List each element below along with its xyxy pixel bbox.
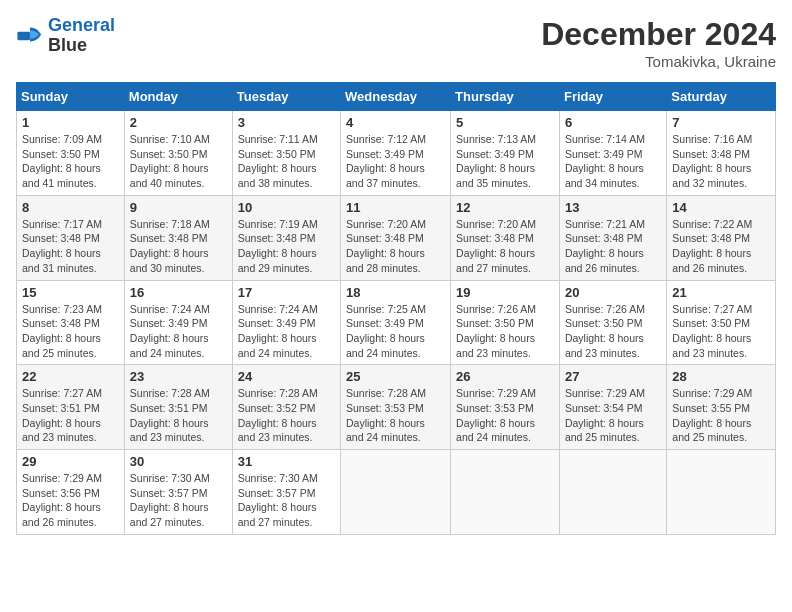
calendar-cell: 18 Sunrise: 7:25 AM Sunset: 3:49 PM Dayl… [341, 280, 451, 365]
column-header-sunday: Sunday [17, 83, 125, 111]
day-number: 8 [22, 200, 119, 215]
calendar-cell: 6 Sunrise: 7:14 AM Sunset: 3:49 PM Dayli… [559, 111, 666, 196]
calendar-week-row: 1 Sunrise: 7:09 AM Sunset: 3:50 PM Dayli… [17, 111, 776, 196]
day-number: 2 [130, 115, 227, 130]
calendar-cell: 7 Sunrise: 7:16 AM Sunset: 3:48 PM Dayli… [667, 111, 776, 196]
calendar-cell: 10 Sunrise: 7:19 AM Sunset: 3:48 PM Dayl… [232, 195, 340, 280]
day-info: Sunrise: 7:24 AM Sunset: 3:49 PM Dayligh… [130, 302, 227, 361]
calendar-cell: 17 Sunrise: 7:24 AM Sunset: 3:49 PM Dayl… [232, 280, 340, 365]
logo-text: General Blue [48, 16, 115, 56]
calendar-cell: 21 Sunrise: 7:27 AM Sunset: 3:50 PM Dayl… [667, 280, 776, 365]
day-number: 27 [565, 369, 661, 384]
day-number: 18 [346, 285, 445, 300]
calendar-cell: 2 Sunrise: 7:10 AM Sunset: 3:50 PM Dayli… [124, 111, 232, 196]
calendar-cell: 19 Sunrise: 7:26 AM Sunset: 3:50 PM Dayl… [451, 280, 560, 365]
day-number: 28 [672, 369, 770, 384]
day-info: Sunrise: 7:09 AM Sunset: 3:50 PM Dayligh… [22, 132, 119, 191]
day-number: 30 [130, 454, 227, 469]
logo-icon [16, 22, 44, 50]
calendar-cell: 12 Sunrise: 7:20 AM Sunset: 3:48 PM Dayl… [451, 195, 560, 280]
calendar-cell [667, 450, 776, 535]
day-number: 23 [130, 369, 227, 384]
day-number: 19 [456, 285, 554, 300]
day-info: Sunrise: 7:17 AM Sunset: 3:48 PM Dayligh… [22, 217, 119, 276]
calendar-cell: 15 Sunrise: 7:23 AM Sunset: 3:48 PM Dayl… [17, 280, 125, 365]
day-info: Sunrise: 7:28 AM Sunset: 3:53 PM Dayligh… [346, 386, 445, 445]
day-number: 4 [346, 115, 445, 130]
day-info: Sunrise: 7:29 AM Sunset: 3:55 PM Dayligh… [672, 386, 770, 445]
day-info: Sunrise: 7:11 AM Sunset: 3:50 PM Dayligh… [238, 132, 335, 191]
calendar-cell: 16 Sunrise: 7:24 AM Sunset: 3:49 PM Dayl… [124, 280, 232, 365]
calendar-cell: 9 Sunrise: 7:18 AM Sunset: 3:48 PM Dayli… [124, 195, 232, 280]
calendar-cell: 11 Sunrise: 7:20 AM Sunset: 3:48 PM Dayl… [341, 195, 451, 280]
calendar-cell [341, 450, 451, 535]
calendar-cell: 1 Sunrise: 7:09 AM Sunset: 3:50 PM Dayli… [17, 111, 125, 196]
calendar-cell: 26 Sunrise: 7:29 AM Sunset: 3:53 PM Dayl… [451, 365, 560, 450]
calendar-cell: 22 Sunrise: 7:27 AM Sunset: 3:51 PM Dayl… [17, 365, 125, 450]
day-info: Sunrise: 7:12 AM Sunset: 3:49 PM Dayligh… [346, 132, 445, 191]
calendar-week-row: 22 Sunrise: 7:27 AM Sunset: 3:51 PM Dayl… [17, 365, 776, 450]
day-number: 22 [22, 369, 119, 384]
day-number: 6 [565, 115, 661, 130]
day-number: 1 [22, 115, 119, 130]
calendar-cell: 30 Sunrise: 7:30 AM Sunset: 3:57 PM Dayl… [124, 450, 232, 535]
day-number: 9 [130, 200, 227, 215]
day-info: Sunrise: 7:19 AM Sunset: 3:48 PM Dayligh… [238, 217, 335, 276]
day-info: Sunrise: 7:30 AM Sunset: 3:57 PM Dayligh… [130, 471, 227, 530]
day-info: Sunrise: 7:28 AM Sunset: 3:52 PM Dayligh… [238, 386, 335, 445]
calendar-cell: 8 Sunrise: 7:17 AM Sunset: 3:48 PM Dayli… [17, 195, 125, 280]
calendar-week-row: 8 Sunrise: 7:17 AM Sunset: 3:48 PM Dayli… [17, 195, 776, 280]
day-number: 24 [238, 369, 335, 384]
day-info: Sunrise: 7:10 AM Sunset: 3:50 PM Dayligh… [130, 132, 227, 191]
day-number: 3 [238, 115, 335, 130]
day-number: 20 [565, 285, 661, 300]
calendar-table: SundayMondayTuesdayWednesdayThursdayFrid… [16, 82, 776, 535]
day-info: Sunrise: 7:30 AM Sunset: 3:57 PM Dayligh… [238, 471, 335, 530]
logo-line2: Blue [48, 36, 115, 56]
day-info: Sunrise: 7:21 AM Sunset: 3:48 PM Dayligh… [565, 217, 661, 276]
day-info: Sunrise: 7:22 AM Sunset: 3:48 PM Dayligh… [672, 217, 770, 276]
day-number: 7 [672, 115, 770, 130]
day-number: 15 [22, 285, 119, 300]
day-info: Sunrise: 7:27 AM Sunset: 3:51 PM Dayligh… [22, 386, 119, 445]
day-info: Sunrise: 7:18 AM Sunset: 3:48 PM Dayligh… [130, 217, 227, 276]
day-info: Sunrise: 7:29 AM Sunset: 3:54 PM Dayligh… [565, 386, 661, 445]
calendar-cell: 27 Sunrise: 7:29 AM Sunset: 3:54 PM Dayl… [559, 365, 666, 450]
calendar-cell: 14 Sunrise: 7:22 AM Sunset: 3:48 PM Dayl… [667, 195, 776, 280]
page-header: General Blue December 2024 Tomakivka, Uk… [16, 16, 776, 70]
day-number: 11 [346, 200, 445, 215]
day-info: Sunrise: 7:14 AM Sunset: 3:49 PM Dayligh… [565, 132, 661, 191]
calendar-cell: 20 Sunrise: 7:26 AM Sunset: 3:50 PM Dayl… [559, 280, 666, 365]
day-number: 25 [346, 369, 445, 384]
calendar-cell: 4 Sunrise: 7:12 AM Sunset: 3:49 PM Dayli… [341, 111, 451, 196]
calendar-cell: 29 Sunrise: 7:29 AM Sunset: 3:56 PM Dayl… [17, 450, 125, 535]
logo-line1: General [48, 15, 115, 35]
day-number: 12 [456, 200, 554, 215]
day-info: Sunrise: 7:28 AM Sunset: 3:51 PM Dayligh… [130, 386, 227, 445]
day-number: 31 [238, 454, 335, 469]
day-number: 26 [456, 369, 554, 384]
day-number: 17 [238, 285, 335, 300]
calendar-cell [451, 450, 560, 535]
month-year: December 2024 [541, 16, 776, 53]
day-info: Sunrise: 7:29 AM Sunset: 3:53 PM Dayligh… [456, 386, 554, 445]
calendar-cell: 25 Sunrise: 7:28 AM Sunset: 3:53 PM Dayl… [341, 365, 451, 450]
calendar-cell: 5 Sunrise: 7:13 AM Sunset: 3:49 PM Dayli… [451, 111, 560, 196]
column-header-wednesday: Wednesday [341, 83, 451, 111]
column-header-thursday: Thursday [451, 83, 560, 111]
column-header-tuesday: Tuesday [232, 83, 340, 111]
calendar-cell [559, 450, 666, 535]
day-number: 13 [565, 200, 661, 215]
day-info: Sunrise: 7:25 AM Sunset: 3:49 PM Dayligh… [346, 302, 445, 361]
day-info: Sunrise: 7:26 AM Sunset: 3:50 PM Dayligh… [456, 302, 554, 361]
day-info: Sunrise: 7:23 AM Sunset: 3:48 PM Dayligh… [22, 302, 119, 361]
calendar-cell: 28 Sunrise: 7:29 AM Sunset: 3:55 PM Dayl… [667, 365, 776, 450]
day-info: Sunrise: 7:20 AM Sunset: 3:48 PM Dayligh… [456, 217, 554, 276]
calendar-cell: 23 Sunrise: 7:28 AM Sunset: 3:51 PM Dayl… [124, 365, 232, 450]
day-info: Sunrise: 7:24 AM Sunset: 3:49 PM Dayligh… [238, 302, 335, 361]
svg-rect-0 [17, 32, 30, 40]
day-number: 16 [130, 285, 227, 300]
day-info: Sunrise: 7:16 AM Sunset: 3:48 PM Dayligh… [672, 132, 770, 191]
calendar-cell: 3 Sunrise: 7:11 AM Sunset: 3:50 PM Dayli… [232, 111, 340, 196]
day-number: 29 [22, 454, 119, 469]
